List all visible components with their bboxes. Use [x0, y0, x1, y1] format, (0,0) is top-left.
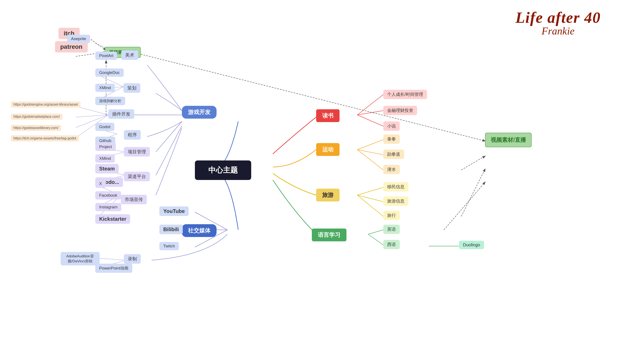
leaf-youtube[interactable]: YouTube: [160, 206, 188, 216]
leaf-xmind-pm: XMind: [95, 154, 115, 163]
video-right-node[interactable]: 视频素材/直播: [485, 133, 532, 147]
leaf-instagram: Instagram: [95, 203, 121, 211]
leaf-twitch[interactable]: Twitch: [160, 242, 179, 250]
svg-line-7: [357, 195, 383, 202]
language-node[interactable]: 语言学习: [312, 229, 346, 241]
center-node[interactable]: 中心主题: [195, 160, 251, 180]
channel-label: 渠道平台: [124, 172, 150, 181]
svg-line-37: [95, 258, 126, 260]
svg-line-4: [357, 150, 383, 155]
leaf-personal-growth: 个人成长/时间管理: [383, 90, 427, 99]
svg-line-44: [444, 182, 485, 230]
url-itch-godot[interactable]: https://itch.io/game-assets/free/tag-god…: [11, 135, 79, 141]
svg-line-43: [461, 169, 485, 216]
duolingo-node: Duolingo: [459, 241, 484, 249]
leaf-migration: 移民信息: [383, 182, 408, 192]
leaf-kickstarter: Kickstarter: [95, 214, 130, 224]
leaf-bilibili[interactable]: Bilibili: [160, 225, 183, 234]
svg-line-8: [357, 195, 383, 216]
market-label: 市场宣传: [121, 195, 147, 204]
leaf-googledoc: GoogleDoc: [95, 69, 124, 77]
social-media-node[interactable]: 社交媒体: [182, 224, 216, 237]
leaf-pixelart: PixelArt: [95, 52, 117, 60]
title-line1: Life after 40: [515, 9, 601, 27]
travel-node[interactable]: 旅游: [316, 189, 340, 202]
sport-node[interactable]: 运动: [316, 143, 340, 156]
program-label: 程序: [124, 130, 141, 140]
game-dev-node[interactable]: 游戏开发: [182, 106, 216, 119]
project-mgmt-label: 项目管理: [124, 147, 150, 156]
svg-line-20: [76, 106, 108, 115]
leaf-travel-info: 旅游信息: [383, 197, 408, 206]
leaf-steam: Steam: [95, 164, 119, 174]
leaf-diving: 潜水: [383, 165, 400, 174]
leaf-spanish: 西语: [383, 240, 400, 249]
url-godot-engine[interactable]: https://godotengine.org/asset-library/as…: [11, 101, 80, 108]
url-godot-marketplace[interactable]: https://godotmarketplace.com/: [11, 114, 62, 120]
strategy-label: 策划: [124, 83, 140, 93]
svg-line-13: [156, 121, 182, 152]
art-label: 美术: [121, 50, 138, 60]
svg-line-9: [368, 230, 383, 234]
leaf-x: X: [95, 180, 106, 188]
svg-line-21: [76, 115, 108, 117]
svg-line-10: [368, 234, 383, 245]
svg-line-1: [357, 111, 383, 115]
leaf-taekwondo: 跆拳道: [383, 150, 404, 159]
svg-line-0: [357, 95, 383, 115]
svg-line-14: [156, 126, 182, 175]
title-area: Life after 40 Frankie: [515, 9, 601, 37]
leaf-adobe-davinci: AdobeAudition音频/DaVinci剪辑: [61, 252, 100, 265]
plugin-label: 插件开发: [108, 109, 134, 119]
svg-line-5: [357, 150, 383, 170]
read-node[interactable]: 读书: [316, 109, 340, 122]
svg-line-41: [141, 54, 485, 141]
svg-line-42: [461, 156, 485, 170]
svg-line-6: [357, 187, 383, 195]
leaf-english: 英语: [383, 225, 400, 234]
leaf-travel: 旅行: [383, 211, 400, 220]
leaf-aseprite: Aseprite: [67, 35, 90, 43]
leaf-godot: Godot: [95, 123, 114, 131]
leaf-game-analysis: 游戏拆解分析: [95, 97, 125, 105]
leaf-powerpoint: PowerPoint动画: [95, 264, 132, 273]
leaf-project: Project: [95, 143, 116, 151]
record-label: 录制: [124, 254, 141, 264]
leaf-xmind-strategy: XMind: [95, 84, 115, 92]
leaf-finance: 金融理财投资: [383, 106, 417, 115]
leaf-facebook: Facebook: [95, 191, 121, 200]
title-line2: Frankie: [515, 25, 601, 37]
svg-line-3: [357, 140, 383, 150]
leaf-novel: 小说: [383, 121, 400, 131]
url-godot-assetlibrary[interactable]: https://godotassetlibrary.com/: [11, 125, 61, 131]
leaf-taiquan: 泰拳: [383, 134, 400, 144]
svg-line-2: [357, 115, 383, 126]
